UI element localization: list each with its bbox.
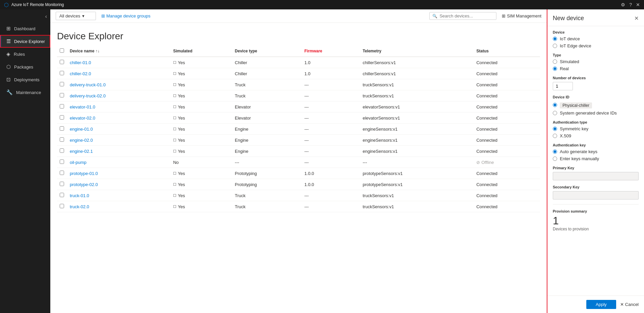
sidebar-label-device-explorer: Device Explorer — [14, 39, 45, 44]
physical-chiller-radio[interactable] — [553, 103, 557, 107]
sidebar-item-rules[interactable]: ◈ Rules — [0, 48, 50, 60]
device-name-link[interactable]: truck-02.0 — [70, 204, 89, 209]
firmware-cell: --- — [302, 113, 360, 124]
status-badge: ⊘ Offline — [476, 160, 537, 165]
table-row: delivery-truck-01.0☐ YesTruck---truckSen… — [57, 79, 540, 90]
iot-edge-radio[interactable] — [553, 44, 557, 48]
row-checkbox[interactable] — [60, 115, 64, 120]
device-name-link[interactable]: prototype-02.0 — [70, 182, 98, 187]
real-option[interactable]: Real — [553, 66, 639, 71]
collapse-icon[interactable]: ‹ — [45, 13, 47, 19]
search-input[interactable] — [439, 13, 493, 18]
symmetric-key-radio[interactable] — [553, 127, 557, 131]
primary-key-input[interactable] — [553, 172, 639, 180]
row-checkbox[interactable] — [60, 82, 64, 86]
column-simulated: Simulated — [170, 46, 232, 57]
row-checkbox[interactable] — [60, 137, 64, 142]
simulated-option[interactable]: Simulated — [553, 59, 639, 64]
num-devices-input[interactable] — [553, 82, 573, 90]
telemetry-cell: elevatorSensors:v1 — [360, 113, 474, 124]
device-id-label: Device ID — [553, 95, 639, 99]
app-title: Azure IoT Remote Monitoring — [11, 2, 64, 7]
device-name-link[interactable]: elevator-02.0 — [70, 116, 95, 121]
symmetric-key-label: Symmetric key — [560, 126, 588, 131]
simulated-radio[interactable] — [553, 59, 557, 64]
manual-keys-radio[interactable] — [553, 156, 557, 161]
auto-generate-radio[interactable] — [553, 149, 557, 154]
row-checkbox[interactable] — [60, 93, 64, 97]
settings-icon[interactable]: ⚙ — [621, 2, 625, 7]
row-checkbox[interactable] — [60, 204, 64, 208]
telemetry-cell: engineSensors:v1 — [360, 146, 474, 157]
device-filter-label: All devices — [59, 13, 80, 18]
row-checkbox[interactable] — [60, 160, 64, 164]
sidebar-toggle[interactable]: ‹ — [0, 12, 50, 22]
manual-keys-option[interactable]: Enter keys manually — [553, 156, 639, 161]
row-checkbox[interactable] — [60, 104, 64, 108]
sim-icon: ⊞ — [502, 13, 505, 18]
status-badge: Connected — [474, 68, 540, 79]
device-name-link[interactable]: engine-02.1 — [70, 149, 93, 154]
x509-radio[interactable] — [553, 134, 557, 138]
row-checkbox[interactable] — [60, 148, 64, 153]
apply-button[interactable]: Apply — [586, 300, 616, 309]
sim-management-link[interactable]: ⊞ SIM Management — [502, 13, 541, 18]
cancel-button[interactable]: ✕ Cancel — [620, 302, 639, 307]
panel-close-button[interactable]: ✕ — [634, 15, 639, 21]
table-row: prototype-01.0☐ YesPrototyping1.0.0proto… — [57, 168, 540, 179]
status-badge: Connected — [474, 146, 540, 157]
iot-device-radio[interactable] — [553, 37, 557, 41]
row-checkbox[interactable] — [60, 126, 64, 131]
column-device-name[interactable]: Device name ↑↓ — [67, 46, 170, 57]
device-filter-dropdown[interactable]: All devices ▾ — [56, 12, 96, 20]
device-type-cell: Prototyping — [232, 168, 302, 179]
cancel-label: Cancel — [625, 302, 639, 307]
system-generated-option[interactable]: System generated device IDs — [553, 110, 639, 116]
sidebar-item-packages[interactable]: ⬡ Packages — [0, 60, 50, 73]
auto-generate-option[interactable]: Auto generate keys — [553, 149, 639, 154]
x509-option[interactable]: X.509 — [553, 133, 639, 138]
sidebar-item-device-explorer[interactable]: ☰ Device Explorer — [0, 35, 50, 48]
device-name-link[interactable]: engine-01.0 — [70, 127, 93, 132]
row-checkbox[interactable] — [60, 60, 64, 64]
sidebar-label-rules: Rules — [14, 52, 25, 57]
help-icon[interactable]: ? — [629, 2, 632, 7]
device-name-link[interactable]: chiller-01.0 — [70, 60, 91, 65]
sidebar: ‹ ⊞ Dashboard ☰ Device Explorer ◈ Rules … — [0, 9, 50, 313]
system-generated-label: System generated device IDs — [560, 110, 617, 116]
iot-edge-option[interactable]: IoT Edge device — [553, 43, 639, 48]
iot-device-option[interactable]: IoT device — [553, 36, 639, 41]
select-all-checkbox[interactable] — [60, 48, 64, 53]
close-icon[interactable]: ✕ — [636, 2, 640, 7]
column-firmware: Firmware — [302, 46, 360, 57]
system-generated-radio[interactable] — [553, 111, 557, 115]
device-name-link[interactable]: delivery-truck-02.0 — [70, 93, 106, 98]
simulated-cell: ☐ Yes — [173, 60, 229, 65]
device-name-link[interactable]: delivery-truck-01.0 — [70, 82, 106, 87]
physical-chiller-option[interactable]: Physical-chiller — [553, 101, 639, 108]
sidebar-item-deployments[interactable]: ⊡ Deployments — [0, 73, 50, 86]
device-explorer-icon: ☰ — [6, 38, 11, 44]
real-radio[interactable] — [553, 66, 557, 71]
firmware-cell: --- — [302, 157, 360, 168]
row-checkbox[interactable] — [60, 171, 64, 175]
symmetric-key-option[interactable]: Symmetric key — [553, 126, 639, 131]
row-checkbox[interactable] — [60, 182, 64, 186]
device-name-link[interactable]: truck-01.0 — [70, 193, 89, 198]
row-checkbox[interactable] — [60, 193, 64, 197]
sidebar-item-dashboard[interactable]: ⊞ Dashboard — [0, 22, 50, 35]
device-name-link[interactable]: oil-pump — [70, 160, 87, 165]
panel-header: New device ✕ — [547, 9, 644, 26]
sidebar-item-maintenance[interactable]: 🔧 Maintenance — [0, 86, 50, 99]
device-name-link[interactable]: chiller-02.0 — [70, 71, 91, 76]
secondary-key-input[interactable] — [553, 191, 639, 199]
auth-key-group: Auto generate keys Enter keys manually — [553, 149, 639, 161]
device-name-link[interactable]: elevator-01.0 — [70, 104, 95, 109]
row-checkbox[interactable] — [60, 71, 64, 75]
device-name-link[interactable]: engine-02.0 — [70, 138, 93, 143]
firmware-cell: 1.0 — [302, 57, 360, 68]
device-name-link[interactable]: prototype-01.0 — [70, 171, 98, 176]
search-box[interactable]: 🔍 — [429, 12, 496, 20]
device-type-cell: Chiller — [232, 57, 302, 68]
manage-device-groups-link[interactable]: ⊞ Manage device groups — [101, 13, 151, 18]
